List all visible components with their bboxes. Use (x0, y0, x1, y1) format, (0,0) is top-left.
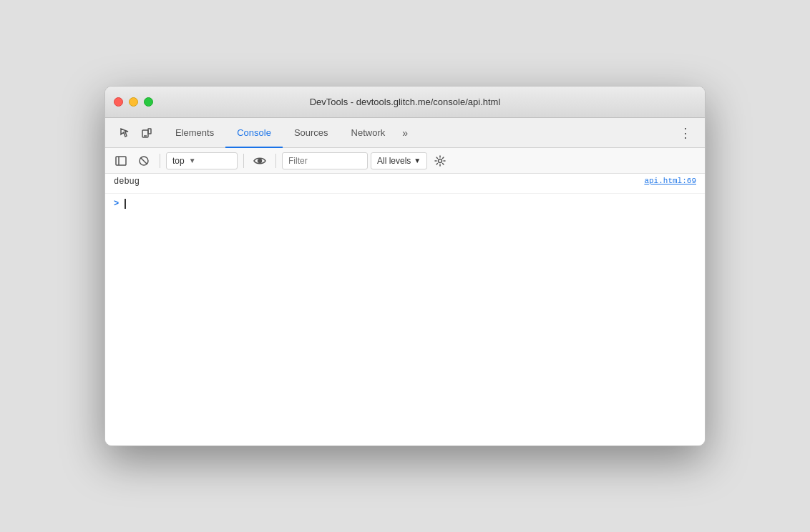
svg-line-6 (141, 157, 147, 164)
prompt-arrow-icon: > (114, 199, 119, 209)
console-toolbar: top ▼ All levels ▼ (105, 148, 705, 174)
console-content: debug api.html:69 > (105, 174, 705, 445)
prompt-cursor (125, 199, 126, 209)
devtools-menu-button[interactable]: ⋮ (672, 118, 699, 147)
tabs-spacer (414, 118, 672, 147)
window-title: DevTools - devtools.glitch.me/console/ap… (310, 97, 501, 107)
maximize-button[interactable] (144, 97, 153, 107)
console-entry: debug api.html:69 (105, 174, 705, 194)
svg-point-8 (439, 159, 442, 162)
tab-network[interactable]: Network (340, 118, 397, 148)
clear-console-button[interactable] (134, 151, 154, 171)
console-entry-source[interactable]: api.html:69 (644, 177, 696, 185)
console-settings-button[interactable] (430, 151, 450, 171)
tab-sources[interactable]: Sources (283, 118, 340, 148)
tab-elements[interactable]: Elements (164, 118, 225, 148)
svg-rect-1 (148, 129, 151, 134)
context-selector[interactable]: top ▼ (166, 152, 238, 169)
log-levels-selector[interactable]: All levels ▼ (371, 152, 427, 169)
filter-input[interactable] (282, 152, 368, 169)
close-button[interactable] (114, 97, 123, 107)
sidebar-toggle-button[interactable] (111, 151, 131, 171)
titlebar: DevTools - devtools.glitch.me/console/ap… (105, 87, 705, 118)
toolbar-divider-2 (243, 154, 244, 168)
toolbar-divider-3 (275, 154, 276, 168)
svg-point-7 (258, 159, 262, 162)
toolbar-divider (160, 154, 160, 168)
toolbar-icons (111, 118, 161, 147)
devtools-window: DevTools - devtools.glitch.me/console/ap… (104, 86, 706, 446)
device-toggle-icon[interactable] (138, 124, 155, 142)
inspect-icon[interactable] (117, 124, 134, 142)
console-entry-text: debug (114, 177, 644, 187)
traffic-lights (114, 97, 153, 107)
tabs-bar: Elements Console Sources Network » ⋮ (105, 118, 705, 148)
minimize-button[interactable] (129, 97, 138, 107)
more-tabs-button[interactable]: » (396, 118, 414, 147)
console-prompt[interactable]: > (105, 194, 705, 214)
svg-rect-3 (116, 157, 126, 165)
tab-console[interactable]: Console (225, 118, 283, 148)
live-expressions-button[interactable] (250, 151, 270, 171)
